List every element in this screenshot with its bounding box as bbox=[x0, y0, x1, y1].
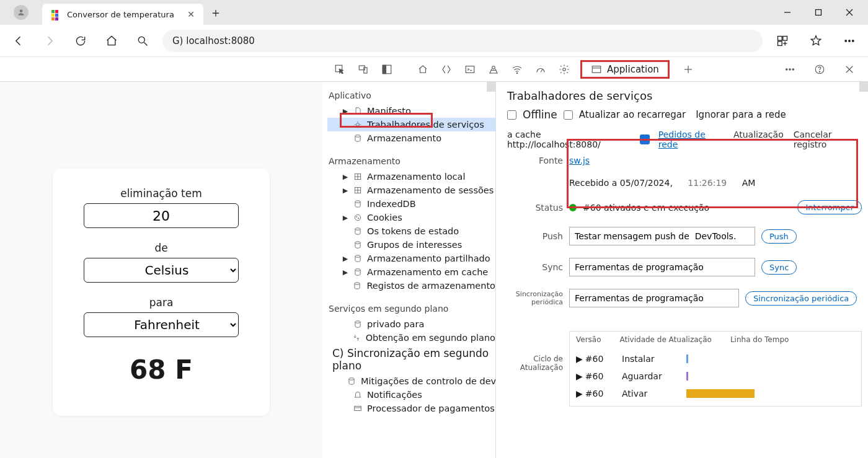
periodic-sync-input[interactable] bbox=[569, 289, 739, 307]
to-unit-select[interactable]: Fahrenheit bbox=[84, 312, 239, 337]
offline-checkbox[interactable] bbox=[507, 110, 516, 120]
sidebar-item-notifications[interactable]: Notificações bbox=[327, 388, 495, 402]
sync-input[interactable] bbox=[569, 258, 755, 276]
cycle-row-install[interactable]: ▶ #60 Instalar bbox=[576, 350, 855, 368]
stop-button[interactable]: Interromper bbox=[797, 200, 862, 214]
push-label: Push bbox=[507, 231, 569, 241]
sidebar-item-shared-storage[interactable]: ▶Armazenamento partilhado bbox=[327, 252, 495, 265]
push-button[interactable]: Push bbox=[761, 229, 797, 244]
network-requests-link[interactable]: Pedidos de rede bbox=[658, 130, 725, 149]
svg-rect-17 bbox=[383, 65, 386, 74]
inspect-icon[interactable] bbox=[329, 58, 351, 81]
svg-point-51 bbox=[355, 269, 360, 271]
svg-point-36 bbox=[356, 123, 360, 126]
update-on-reload-label: Atualizar ao recarregar bbox=[579, 109, 686, 120]
unregister-link[interactable]: Cancelar registro bbox=[794, 130, 862, 149]
tab-favicon-icon bbox=[51, 9, 61, 19]
svg-line-23 bbox=[541, 69, 542, 73]
svg-rect-2 bbox=[816, 10, 822, 15]
sidebar-item-state-tokens[interactable]: Os tokens de estado bbox=[327, 224, 495, 238]
dock-icon[interactable] bbox=[376, 58, 398, 81]
sources-panel-icon[interactable] bbox=[482, 58, 505, 81]
sidebar-item-manifest[interactable]: ▶Manifesto bbox=[327, 104, 495, 118]
svg-point-46 bbox=[356, 216, 357, 217]
sidebar-item-cookies[interactable]: ▶Cookies bbox=[327, 211, 495, 224]
cycle-label: Ciclo de Atualização bbox=[507, 355, 569, 372]
update-link[interactable]: Atualização bbox=[733, 130, 784, 149]
svg-line-6 bbox=[144, 42, 148, 45]
home-button[interactable] bbox=[100, 30, 123, 52]
console-panel-icon[interactable] bbox=[459, 58, 481, 81]
performance-panel-icon[interactable] bbox=[529, 58, 552, 81]
sync-button[interactable]: Sync bbox=[761, 260, 797, 275]
from-unit-select[interactable]: Celsius bbox=[84, 258, 239, 283]
address-bar[interactable]: G) localhost:8080 bbox=[162, 30, 763, 52]
svg-point-50 bbox=[355, 255, 360, 258]
temperature-input[interactable] bbox=[84, 203, 239, 228]
svg-point-11 bbox=[849, 40, 851, 42]
sidebar-item-interest-groups[interactable]: Grupos de interesses bbox=[327, 238, 495, 252]
devtools-help-icon[interactable] bbox=[808, 58, 831, 81]
svg-point-10 bbox=[845, 40, 847, 42]
elements-panel-icon[interactable] bbox=[435, 58, 458, 81]
status-dot-icon bbox=[569, 204, 577, 211]
push-input[interactable] bbox=[569, 227, 755, 245]
sidebar-scrollbar[interactable] bbox=[487, 82, 495, 92]
svg-point-48 bbox=[355, 228, 360, 231]
sidebar-item-indexeddb[interactable]: IndexedDB bbox=[327, 197, 495, 211]
reload-button[interactable] bbox=[69, 30, 92, 52]
detail-scrollbar[interactable] bbox=[859, 82, 868, 92]
sidebar-item-bg-fetch[interactable]: Obtenção em segundo plano bbox=[327, 331, 495, 345]
sidebar-item-service-workers[interactable]: Trabalhadores de serviços bbox=[327, 118, 495, 131]
sidebar-item-private[interactable]: privado para bbox=[327, 317, 495, 331]
close-window-button[interactable] bbox=[836, 2, 863, 22]
status-label: Status bbox=[507, 203, 569, 213]
welcome-panel-icon[interactable] bbox=[412, 58, 434, 81]
devtools-close-icon[interactable] bbox=[838, 58, 861, 81]
application-tab-label: Application bbox=[607, 64, 659, 75]
search-button[interactable] bbox=[131, 30, 154, 52]
browser-tab[interactable]: Conversor de temperatura ✕ bbox=[42, 4, 203, 25]
sidebar-item-session-storage[interactable]: ▶Armazenamento de sessões bbox=[327, 183, 495, 197]
minimize-button[interactable] bbox=[774, 2, 801, 22]
sidebar-item-storage-app[interactable]: Armazenamento bbox=[327, 131, 495, 145]
sw-scope: a cache http://localhost:8080/ bbox=[507, 130, 631, 149]
svg-rect-9 bbox=[778, 41, 782, 45]
devtools-more-icon[interactable] bbox=[779, 58, 801, 81]
label-from: de bbox=[75, 242, 247, 254]
maximize-button[interactable] bbox=[805, 2, 832, 22]
svg-point-47 bbox=[358, 218, 359, 219]
profile-avatar[interactable] bbox=[14, 5, 29, 20]
application-tab[interactable]: Application bbox=[580, 60, 670, 79]
device-toggle-icon[interactable] bbox=[352, 58, 374, 81]
settings-gear-icon[interactable] bbox=[553, 58, 575, 81]
svg-point-54 bbox=[349, 378, 354, 381]
network-requests-icon[interactable] bbox=[640, 134, 649, 144]
sidebar-item-bounce[interactable]: Mitigações de controlo de devolução bbox=[327, 374, 495, 388]
cycle-row-activate[interactable]: ▶ #60 Ativar bbox=[576, 385, 855, 402]
status-text: #60 ativados e em execução bbox=[583, 203, 709, 213]
periodic-sync-button[interactable]: Sincronização periódica bbox=[745, 291, 857, 306]
extensions-icon[interactable] bbox=[771, 30, 794, 52]
browser-titlebar: Conversor de temperatura ✕ ＋ bbox=[0, 0, 868, 25]
favorite-icon[interactable] bbox=[805, 30, 827, 52]
cycle-row-wait[interactable]: ▶ #60 Aguardar bbox=[576, 368, 855, 385]
svg-point-53 bbox=[355, 321, 360, 324]
sidebar-item-local-storage[interactable]: ▶Armazenamento local bbox=[327, 170, 495, 183]
add-panel-button[interactable] bbox=[677, 58, 699, 81]
label-elimination: eliminação tem bbox=[75, 187, 247, 200]
update-on-reload-checkbox[interactable] bbox=[564, 110, 573, 120]
close-tab-icon[interactable]: ✕ bbox=[187, 9, 195, 19]
back-button[interactable] bbox=[7, 30, 30, 52]
label-to: para bbox=[75, 296, 247, 309]
new-tab-button[interactable]: ＋ bbox=[210, 4, 222, 21]
browser-menu-icon[interactable] bbox=[838, 30, 861, 52]
sidebar-item-payments[interactable]: Processador de pagamentos bbox=[327, 402, 495, 415]
application-sidebar[interactable]: Aplicativo ▶Manifesto Trabalhadores de s… bbox=[322, 82, 496, 458]
sidebar-item-cache-storage[interactable]: ▶Armazenamento em cache bbox=[327, 265, 495, 279]
source-file-link[interactable]: sw.js bbox=[569, 156, 590, 165]
network-panel-icon[interactable] bbox=[506, 58, 528, 81]
sidebar-item-bg-sync[interactable]: C) Sincronização em segundo plano bbox=[327, 345, 495, 374]
sidebar-item-storage-logs[interactable]: Registos de armazenamento bbox=[327, 279, 495, 293]
application-panel: Aplicativo ▶Manifesto Trabalhadores de s… bbox=[322, 82, 868, 458]
